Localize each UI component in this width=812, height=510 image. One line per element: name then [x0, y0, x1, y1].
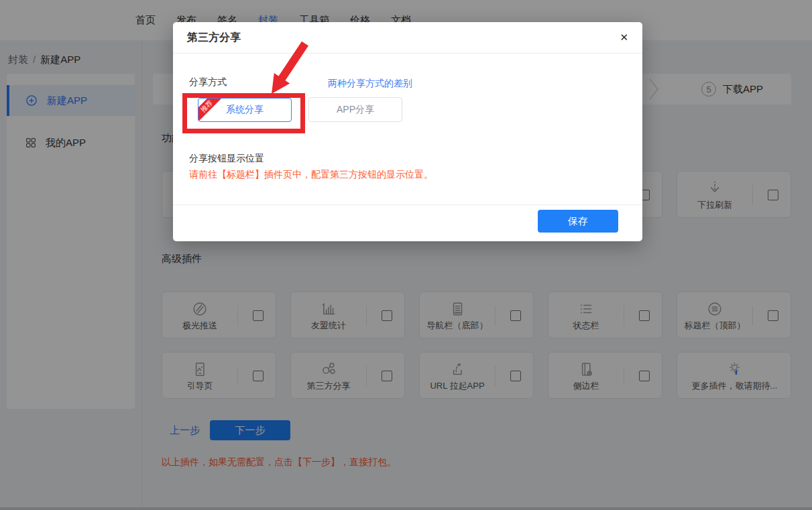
share-option-app-label: APP分享: [337, 104, 374, 116]
close-icon[interactable]: ✕: [620, 31, 628, 44]
share-option-system-label: 系统分享: [226, 104, 264, 116]
share-mode-diff-link[interactable]: 两种分享方式的差别: [328, 78, 412, 90]
button-position-hint: 请前往【标题栏】插件页中，配置第三方按钮的显示位置。: [189, 169, 433, 181]
recommend-ribbon: 推荐: [198, 98, 223, 122]
share-option-system[interactable]: 推荐 系统分享: [198, 98, 292, 122]
share-mode-label: 分享方式: [189, 76, 227, 88]
dialog-footer-divider: [173, 204, 642, 205]
dialog-title: 第三方分享: [187, 31, 241, 45]
dialog-header: 第三方分享 ✕: [173, 22, 642, 54]
share-option-app[interactable]: APP分享: [308, 97, 402, 122]
third-party-share-dialog: 第三方分享 ✕ 分享方式 两种分享方式的差别 推荐 系统分享 APP分享 分享按…: [173, 22, 642, 241]
button-position-label: 分享按钮显示位置: [189, 153, 264, 165]
save-button[interactable]: 保存: [538, 210, 618, 233]
